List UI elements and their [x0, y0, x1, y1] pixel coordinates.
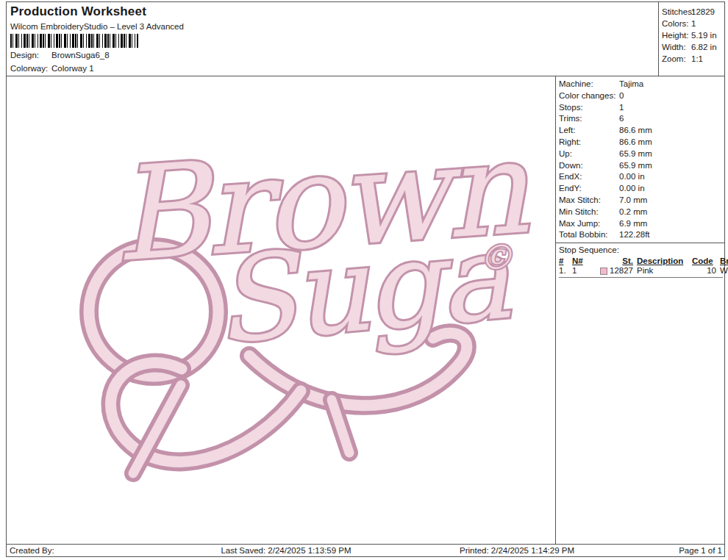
machine-label: Machine: — [559, 79, 619, 90]
created-by-label: Created By: — [7, 546, 176, 555]
stitches-label: Stitches: — [662, 6, 691, 18]
max-stitch-label: Max Stitch: — [559, 195, 619, 207]
stitches-value: 12829 — [691, 6, 715, 18]
stop-sequence-table: # N# St. Description Code Brand 1. 1 — [559, 256, 724, 278]
col-code: Code — [692, 256, 716, 265]
zoom-value: 1:1 — [691, 53, 703, 65]
thread-color-swatch — [600, 268, 607, 275]
down-label: Down: — [559, 160, 619, 172]
up-label: Up: — [559, 148, 619, 160]
col-st: St. — [592, 256, 633, 265]
colorway-row: Colorway: Colorway 1 — [10, 63, 654, 74]
endx-value: 0.00 in — [619, 171, 645, 183]
last-saved-text: Last Saved: 2/24/2025 1:13:59 PM — [176, 546, 396, 555]
endx-label: EndX: — [559, 171, 619, 183]
design-value: BrownSuga6_8 — [51, 50, 110, 61]
design-preview: Brown Suga © — [7, 76, 555, 544]
summary-row: Height: 5.19 in — [662, 29, 724, 41]
page-number: Page 1 of 1 — [638, 546, 724, 555]
row-num: 1. — [559, 265, 568, 276]
colorway-value: Colorway 1 — [51, 63, 94, 74]
stop-table-header: # N# St. Description Code Brand — [559, 256, 723, 265]
barcode-image — [10, 34, 138, 48]
design-row: Design: BrownSuga6_8 — [10, 50, 654, 61]
printed-text: Printed: 2/24/2025 1:14:29 PM — [396, 546, 638, 555]
stop-sequence-section: Stop Sequence: # N# St. Description Code… — [556, 243, 724, 278]
copyright-symbol: © — [479, 237, 513, 277]
summary-row: Colors: 1 — [662, 18, 724, 29]
max-jump-label: Max Jump: — [559, 218, 619, 230]
stops-label: Stops: — [559, 102, 619, 114]
machine-value: Tajima — [619, 79, 643, 90]
summary-row: Zoom: 1:1 — [662, 53, 724, 65]
trims-label: Trims: — [559, 113, 619, 125]
colors-label: Colors: — [662, 18, 691, 29]
worksheet-sheet: Production Worksheet Wilcom EmbroiderySt… — [6, 1, 725, 557]
stop-table-row: 1. 1 12827 Pink 10 Wilcom — [559, 265, 723, 278]
col-n: N# — [572, 256, 588, 265]
up-value: 65.9 mm — [619, 148, 652, 160]
summary-row: Stitches: 12829 — [662, 6, 724, 18]
trims-value: 6 — [619, 113, 624, 125]
row-brand: Wilcom — [720, 265, 728, 276]
height-value: 5.19 in — [691, 29, 717, 41]
right-value: 86.6 mm — [619, 137, 652, 148]
header: Production Worksheet Wilcom EmbroiderySt… — [7, 2, 724, 76]
row-n: 1 — [572, 265, 588, 276]
col-num: # — [559, 256, 568, 265]
right-label: Right: — [559, 137, 619, 148]
col-description: Description — [637, 256, 688, 265]
max-jump-value: 6.9 mm — [619, 218, 647, 230]
summary-box: Stitches: 12829 Colors: 1 Height: 5.19 i… — [658, 2, 724, 76]
embroidery-design-svg: Brown Suga © — [7, 76, 555, 544]
color-changes-label: Color changes: — [559, 90, 619, 102]
width-label: Width: — [662, 41, 691, 53]
width-value: 6.82 in — [691, 41, 717, 53]
max-stitch-value: 7.0 mm — [619, 195, 647, 207]
min-stitch-value: 0.2 mm — [619, 207, 647, 218]
app-subtitle: Wilcom EmbroideryStudio – Level 3 Advanc… — [10, 22, 654, 31]
colors-value: 1 — [691, 18, 696, 29]
left-label: Left: — [559, 125, 619, 137]
down-value: 65.9 mm — [619, 160, 652, 172]
endy-value: 0.00 in — [619, 183, 645, 195]
main-content: Brown Suga © Machine:Tajima Color change… — [7, 76, 724, 544]
production-worksheet-page: Production Worksheet Wilcom EmbroiderySt… — [0, 0, 728, 560]
endy-label: EndY: — [559, 183, 619, 195]
total-bobbin-label: Total Bobbin: — [559, 229, 619, 241]
row-st: 12827 — [610, 265, 633, 276]
col-brand: Brand — [720, 256, 728, 265]
left-value: 86.6 mm — [619, 125, 652, 137]
stop-sequence-title: Stop Sequence: — [559, 245, 724, 256]
page-title: Production Worksheet — [10, 4, 654, 19]
machine-info-panel: Machine:Tajima Color changes:0 Stops:1 T… — [555, 76, 724, 544]
height-label: Height: — [662, 29, 691, 41]
row-code: 10 — [692, 265, 716, 276]
machine-info-rows: Machine:Tajima Color changes:0 Stops:1 T… — [556, 76, 724, 243]
colorway-label: Colorway: — [10, 63, 51, 74]
total-bobbin-value: 122.28ft — [619, 229, 650, 241]
design-label: Design: — [10, 50, 51, 61]
row-st-cell: 12827 — [592, 265, 633, 276]
summary-row: Width: 6.82 in — [662, 41, 724, 53]
footer-bar: Created By: Last Saved: 2/24/2025 1:13:5… — [7, 544, 724, 556]
min-stitch-label: Min Stitch: — [559, 207, 619, 218]
stops-value: 1 — [619, 102, 624, 114]
zoom-label: Zoom: — [662, 53, 691, 65]
row-description: Pink — [637, 265, 688, 276]
header-left: Production Worksheet Wilcom EmbroiderySt… — [7, 2, 658, 76]
color-changes-value: 0 — [619, 90, 624, 102]
design-word-suga: Suga — [209, 208, 515, 370]
